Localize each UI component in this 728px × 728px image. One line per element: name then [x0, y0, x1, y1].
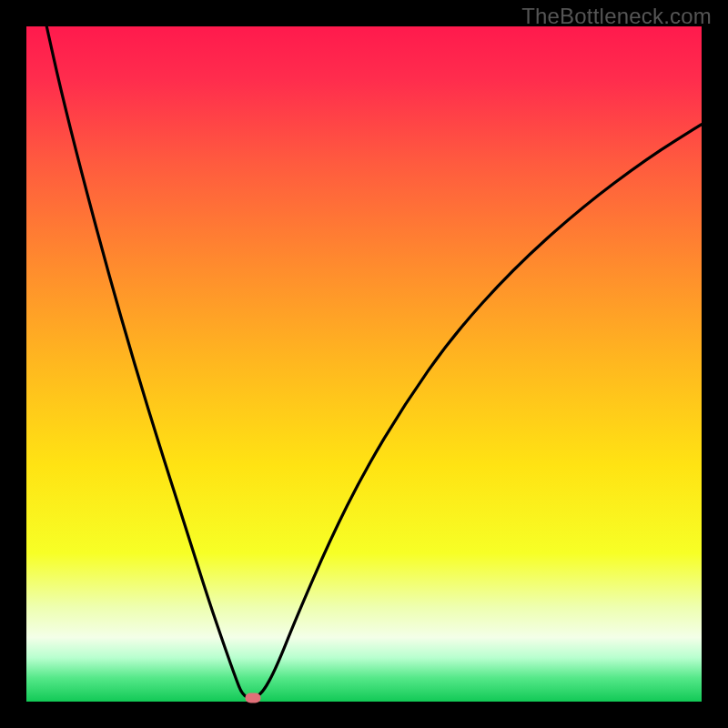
bottleneck-marker — [245, 693, 260, 703]
watermark-text: TheBottleneck.com — [521, 4, 712, 29]
plot-area — [26, 26, 702, 702]
bottleneck-curve — [26, 26, 702, 702]
chart-frame: TheBottleneck.com — [0, 0, 728, 728]
